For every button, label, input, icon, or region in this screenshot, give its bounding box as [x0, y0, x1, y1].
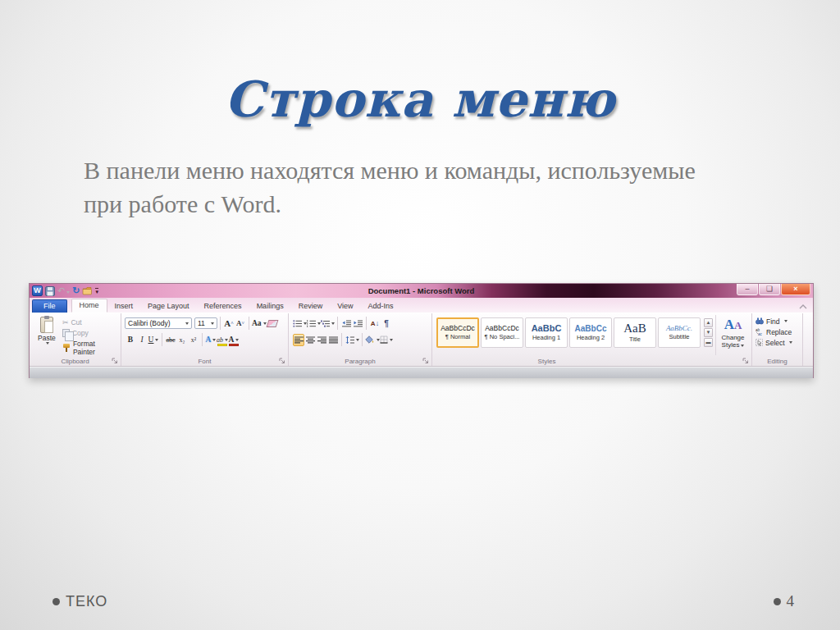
multilevel-list-button[interactable]: [321, 317, 335, 330]
style-title[interactable]: AaB Title: [614, 317, 656, 348]
tab-mailings[interactable]: Mailings: [249, 300, 291, 313]
decrease-indent-button[interactable]: [340, 317, 352, 330]
tab-insert[interactable]: Insert: [107, 300, 141, 313]
tab-view[interactable]: View: [330, 300, 360, 313]
styles-scroll-up-button[interactable]: ▲: [704, 318, 713, 327]
style-normal[interactable]: AaBbCcDc ¶ Normal: [436, 317, 479, 348]
subscript-button[interactable]: x₂: [176, 334, 188, 346]
minimize-ribbon-icon[interactable]: [799, 304, 807, 309]
italic-button[interactable]: I: [136, 334, 148, 346]
align-left-button[interactable]: [293, 334, 304, 346]
shrink-font-button[interactable]: A˅: [235, 317, 246, 330]
tab-home[interactable]: Home: [71, 299, 107, 313]
change-styles-icon: AA: [724, 317, 742, 334]
editing-group-label: Editing: [752, 358, 802, 365]
align-right-icon: [317, 336, 326, 344]
slide-title: Строка меню: [0, 71, 840, 128]
footer-company-label: ТЕКО: [66, 593, 107, 610]
font-color-button[interactable]: A: [228, 334, 240, 346]
font-color-swatch: [229, 344, 239, 346]
word-titlebar: W ↶ ↻ ▾ Document1 - Microsoft Word – ❏ ×: [30, 284, 813, 298]
text-effects-button[interactable]: A: [205, 334, 217, 346]
show-hide-formatting-button[interactable]: ¶: [381, 317, 392, 330]
change-styles-button[interactable]: AA Change Styles: [715, 315, 750, 355]
shading-button[interactable]: [365, 334, 380, 346]
justify-button[interactable]: [327, 334, 339, 346]
shading-bucket-icon: [365, 336, 375, 344]
highlight-color-button[interactable]: ab: [217, 334, 228, 346]
cut-button[interactable]: ✂ Cut: [62, 318, 119, 326]
customize-qat-icon[interactable]: ▾: [95, 288, 98, 294]
select-button[interactable]: Select: [756, 337, 802, 348]
increase-indent-icon: [354, 320, 363, 327]
increase-indent-button[interactable]: [352, 317, 363, 330]
align-center-icon: [306, 336, 315, 344]
document-area-strip: [30, 367, 813, 378]
open-folder-icon[interactable]: [82, 286, 93, 295]
undo-icon[interactable]: ↶: [57, 286, 70, 295]
tab-review[interactable]: Review: [291, 300, 331, 313]
copy-button[interactable]: Copy: [62, 329, 119, 337]
word-logo-icon[interactable]: W: [32, 285, 43, 296]
copy-icon: [62, 329, 70, 337]
find-binoculars-icon: [756, 317, 764, 325]
tab-page-layout[interactable]: Page Layout: [140, 300, 197, 313]
footer-bullet-icon: [52, 598, 60, 605]
paragraph-dialog-launcher-icon[interactable]: [422, 358, 429, 364]
bullets-button[interactable]: [293, 317, 307, 330]
font-group-label: Font: [121, 358, 288, 365]
line-spacing-button[interactable]: [345, 334, 359, 346]
justify-icon: [329, 336, 338, 344]
cut-icon: ✂: [62, 318, 69, 326]
clear-formatting-button[interactable]: [267, 317, 278, 330]
bullet-list-icon: [293, 320, 302, 327]
close-button[interactable]: ×: [781, 284, 810, 295]
numbering-button[interactable]: [307, 317, 321, 330]
paste-dropdown-arrow[interactable]: [46, 342, 49, 345]
presentation-slide: { "slide": { "title": "Строка меню", "bo…: [0, 0, 840, 630]
change-case-button[interactable]: Aa: [252, 317, 267, 330]
maximize-button[interactable]: ❏: [759, 284, 780, 295]
styles-scroll-down-button[interactable]: ▼: [704, 328, 713, 337]
redo-icon[interactable]: ↻: [72, 286, 80, 295]
grow-font-button[interactable]: A˄: [223, 317, 235, 330]
clipboard-dialog-launcher-icon[interactable]: [112, 358, 118, 364]
save-icon[interactable]: [45, 286, 55, 296]
strikethrough-button[interactable]: abc: [165, 334, 176, 346]
font-size-combobox[interactable]: 11: [194, 317, 217, 329]
footer-page-number: 4: [774, 592, 795, 610]
font-name-combobox[interactable]: Calibri (Body): [125, 317, 192, 329]
align-right-button[interactable]: [316, 334, 327, 346]
bold-button[interactable]: B: [125, 334, 136, 346]
style-heading-1[interactable]: AaBbC Heading 1: [525, 317, 568, 348]
highlight-color-swatch: [217, 344, 227, 346]
styles-gallery-expand-button[interactable]: ▬: [704, 338, 713, 347]
body-line-1: В панели меню находятся меню и команды, …: [84, 157, 696, 184]
paragraph-group: A↓ ¶: [289, 313, 432, 366]
style-subtitle[interactable]: AaBbCc. Subtitle: [658, 317, 701, 348]
ribbon-empty-space: [803, 313, 813, 366]
superscript-button[interactable]: x²: [188, 334, 199, 346]
replace-button[interactable]: ab ac Replace: [756, 326, 802, 337]
font-dialog-launcher-icon[interactable]: [279, 358, 285, 364]
format-painter-button[interactable]: Format Painter: [62, 340, 119, 356]
paragraph-group-label: Paragraph: [289, 358, 431, 365]
style-no-spacing[interactable]: AaBbCcDc ¶ No Spaci...: [481, 317, 523, 348]
svg-text:ac: ac: [758, 332, 763, 336]
align-center-button[interactable]: [304, 334, 316, 346]
tab-file[interactable]: File: [32, 299, 67, 313]
underline-button[interactable]: U: [148, 334, 159, 346]
find-button[interactable]: Find: [756, 316, 802, 326]
tab-references[interactable]: References: [197, 300, 249, 313]
borders-button[interactable]: [380, 334, 393, 346]
sort-button[interactable]: A↓: [369, 317, 381, 330]
styles-group: AaBbCcDc ¶ Normal AaBbCcDc ¶ No Spaci...…: [432, 313, 752, 366]
ribbon: Paste ✂ Cut Copy Format Painter Clipboar…: [30, 313, 813, 367]
style-heading-2[interactable]: AaBbCc Heading 2: [569, 317, 612, 348]
select-cursor-icon: [756, 339, 763, 346]
minimize-button[interactable]: –: [737, 284, 758, 295]
paste-button[interactable]: Paste: [31, 315, 62, 355]
styles-dialog-launcher-icon[interactable]: [742, 358, 749, 364]
tab-add-ins[interactable]: Add-Ins: [361, 300, 401, 313]
body-line-2: при работе с Word.: [84, 190, 281, 217]
